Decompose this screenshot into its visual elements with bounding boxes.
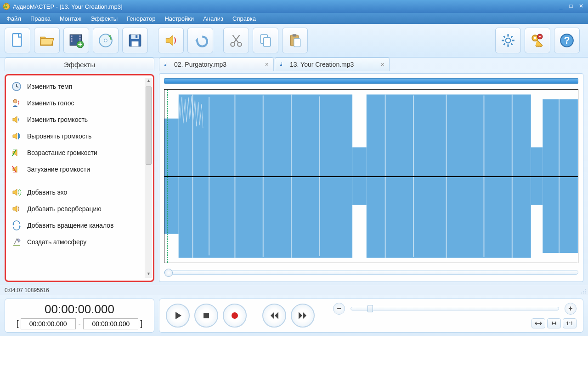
scroll-down-arrow[interactable]: ▼ — [145, 271, 152, 278]
fit-selection-button[interactable] — [547, 318, 561, 328]
effect-atmosphere[interactable]: Создать атмосферу — [6, 234, 153, 250]
tab-file-0[interactable]: 02. Purgatory.mp3 × — [159, 58, 274, 71]
window-title: АудиоМАСТЕР - [13. Your Creation.mp3] — [13, 3, 555, 10]
menu-generator[interactable]: Генератор — [122, 14, 160, 23]
horizontal-scroll[interactable] — [164, 268, 578, 277]
svg-rect-7 — [79, 38, 80, 40]
voice-icon — [11, 98, 22, 108]
paste-button[interactable] — [282, 28, 308, 53]
record-button[interactable] — [223, 304, 247, 328]
menu-help[interactable]: Справка — [228, 14, 260, 23]
selection-row: [ - ] — [10, 318, 149, 329]
effect-add-echo[interactable]: Добавить эхо — [6, 184, 153, 201]
app-icon — [3, 3, 10, 10]
music-note-icon — [280, 61, 286, 68]
playback-cursor[interactable] — [167, 90, 168, 263]
effect-fade-in[interactable]: +Возрастание громкости — [6, 144, 153, 161]
minimize-button[interactable]: _ — [557, 3, 565, 10]
svg-rect-4 — [71, 38, 72, 40]
tab-close-icon[interactable]: × — [381, 61, 384, 68]
hscroll-thumb[interactable] — [164, 269, 173, 277]
overview-bar[interactable] — [164, 78, 578, 84]
scroll-up-arrow[interactable]: ▲ — [145, 78, 152, 85]
selection-end-input[interactable] — [83, 318, 138, 329]
menubar: Файл Правка Монтаж Эффекты Генератор Нас… — [0, 13, 588, 24]
scroll-thumb[interactable] — [146, 86, 152, 165]
tab-file-1[interactable]: 13. Your Creation.mp3 × — [275, 58, 390, 71]
svg-text:+: + — [13, 148, 15, 152]
effect-change-tempo[interactable]: Изменить темп — [6, 78, 153, 95]
next-button[interactable] — [291, 304, 315, 328]
zoom-track[interactable] — [351, 307, 559, 310]
cut-button[interactable] — [223, 28, 249, 53]
help-button[interactable]: ? — [554, 28, 580, 53]
speaker-icon — [11, 115, 22, 125]
open-file-button[interactable] — [34, 28, 60, 53]
play-button[interactable] — [166, 304, 190, 328]
effects-list[interactable]: Изменить темп Изменить голос Изменить гр… — [6, 78, 153, 278]
effect-fade-out[interactable]: −Затухание громкости — [6, 161, 153, 178]
new-file-button[interactable] — [5, 28, 30, 53]
svg-rect-41 — [531, 147, 543, 176]
tab-label: 02. Purgatory.mp3 — [174, 61, 260, 68]
zoom-1to1-button[interactable]: 1:1 — [563, 318, 577, 328]
effect-add-reverb[interactable]: Добавить реверберацию — [6, 201, 153, 217]
cd-import-button[interactable] — [93, 28, 119, 53]
zoom-out-button[interactable]: − — [333, 303, 345, 315]
reverb-icon — [11, 204, 22, 214]
svg-rect-47 — [531, 176, 543, 205]
close-button[interactable]: ✕ — [577, 3, 585, 10]
menu-analysis[interactable]: Анализ — [198, 14, 228, 23]
svg-point-31 — [13, 99, 17, 103]
effect-change-volume[interactable]: Изменить громкость — [6, 111, 153, 128]
zoom-in-button[interactable]: + — [565, 303, 577, 315]
resize-grip-icon[interactable] — [580, 288, 586, 294]
hscroll-track[interactable] — [164, 270, 578, 275]
stop-button[interactable] — [194, 304, 218, 328]
svg-rect-1 — [12, 34, 21, 46]
effects-panel: Эффекты Изменить темп Изменить голос Изм… — [5, 58, 154, 282]
zoom-slider-row: − + — [333, 303, 577, 315]
transport-panel: − + 1:1 — [159, 299, 583, 333]
svg-rect-15 — [136, 35, 137, 38]
svg-rect-46 — [367, 176, 531, 258]
titlebar: АудиоМАСТЕР - [13. Your Creation.mp3] _ … — [0, 0, 588, 13]
clock-icon — [11, 81, 22, 92]
import-video-button[interactable] — [63, 28, 89, 53]
svg-point-68 — [232, 312, 238, 319]
tab-close-icon[interactable]: × — [265, 61, 269, 68]
effect-label: Затухание громкости — [27, 166, 90, 173]
effect-label: Изменить громкость — [27, 116, 88, 123]
svg-rect-45 — [352, 176, 367, 205]
settings-button[interactable] — [495, 28, 521, 53]
effect-normalize[interactable]: Выровнять громкость — [6, 128, 153, 144]
waveform-display[interactable] — [164, 89, 578, 263]
waveform-panel — [159, 73, 583, 282]
svg-point-25 — [534, 37, 536, 39]
effect-change-voice[interactable]: Изменить голос — [6, 95, 153, 111]
view-buttons: 1:1 — [531, 318, 577, 328]
effect-rotate-channels[interactable]: Добавить вращение каналов — [6, 217, 153, 234]
effect-label: Добавить реверберацию — [27, 205, 102, 213]
svg-point-61 — [585, 289, 586, 290]
license-keys-button[interactable] — [525, 28, 550, 53]
menu-file[interactable]: Файл — [2, 14, 26, 23]
svg-point-11 — [104, 39, 107, 42]
fit-horizontal-button[interactable] — [531, 318, 545, 328]
copy-button[interactable] — [253, 28, 278, 53]
menu-effects[interactable]: Эффекты — [86, 14, 122, 23]
prev-button[interactable] — [262, 304, 286, 328]
atmosphere-icon — [11, 237, 22, 247]
undo-button[interactable] — [187, 28, 213, 53]
maximize-button[interactable]: □ — [567, 3, 575, 10]
fadeout-icon: − — [11, 164, 22, 174]
voice-effect-button[interactable] — [158, 28, 184, 53]
menu-settings[interactable]: Настройки — [160, 14, 198, 23]
save-button[interactable] — [122, 28, 148, 53]
effects-scrollbar[interactable]: ▲ ▼ — [145, 78, 152, 278]
menu-montage[interactable]: Монтаж — [55, 14, 86, 23]
svg-point-65 — [583, 293, 584, 293]
selection-start-input[interactable] — [21, 318, 76, 329]
zoom-thumb[interactable] — [368, 305, 373, 312]
menu-edit[interactable]: Правка — [26, 14, 55, 23]
